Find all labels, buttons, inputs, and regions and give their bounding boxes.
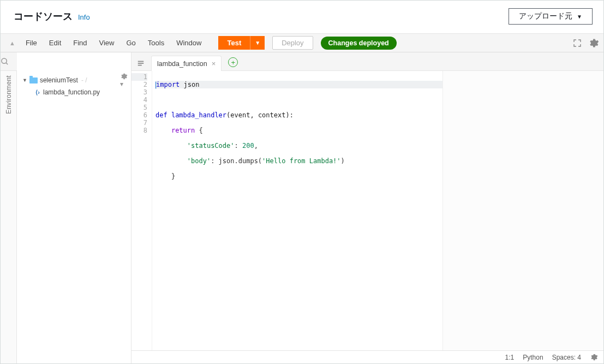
workspace: Environment ▼ seleniumTest - / ▾ ⟨› lamb… <box>1 52 603 363</box>
test-button[interactable]: Test <box>218 36 250 50</box>
tabbar: lambda_function × + <box>131 52 603 71</box>
menu-tools[interactable]: Tools <box>142 33 170 52</box>
deployed-badge: Changes deployed <box>321 37 397 50</box>
header: コードソース Info アップロード元 ▼ <box>1 1 603 33</box>
header-left: コードソース Info <box>14 10 90 23</box>
python-file-icon: ⟨› <box>34 89 41 96</box>
indent-mode[interactable]: Spaces: 4 <box>552 354 581 361</box>
disclosure-triangle-icon[interactable]: ▼ <box>22 77 27 83</box>
tab-lambda-function[interactable]: lambda_function × <box>151 56 222 71</box>
tree-file[interactable]: ⟨› lambda_function.py <box>17 86 131 98</box>
environment-label: Environment <box>5 73 13 116</box>
tree-root[interactable]: ▼ seleniumTest - / ▾ <box>17 74 131 86</box>
menu-edit[interactable]: Edit <box>43 33 67 52</box>
deploy-button[interactable]: Deploy <box>272 36 313 50</box>
line-gutter: 12345678 <box>131 71 152 363</box>
minimap[interactable] <box>442 71 603 363</box>
status-gear-icon[interactable] <box>590 353 598 361</box>
fullscreen-icon[interactable] <box>573 39 582 47</box>
upload-label: アップロード元 <box>519 11 572 21</box>
menu-find[interactable]: Find <box>67 33 93 52</box>
menu-go[interactable]: Go <box>121 33 142 52</box>
root-folder-name: seleniumTest <box>40 76 78 84</box>
svg-rect-2 <box>138 63 144 64</box>
collapse-icon[interactable]: ▲ <box>5 40 20 46</box>
new-tab-button[interactable]: + <box>228 57 238 67</box>
language-mode[interactable]: Python <box>523 354 543 361</box>
cursor-position[interactable]: 1:1 <box>505 354 515 361</box>
menu-window[interactable]: Window <box>170 33 207 52</box>
upload-from-button[interactable]: アップロード元 ▼ <box>509 8 593 25</box>
svg-point-0 <box>2 58 7 63</box>
page-title: コードソース <box>14 10 73 23</box>
menu-items: File Edit Find View Go Tools Window <box>20 33 208 52</box>
file-tree: ▼ seleniumTest - / ▾ ⟨› lambda_function.… <box>17 52 131 363</box>
tab-scroll-icon[interactable] <box>136 59 148 70</box>
code-area[interactable]: 12345678 import json def lambda_handler(… <box>131 71 603 363</box>
settings-gear-icon[interactable] <box>588 38 599 49</box>
test-button-group: Test ▼ <box>218 36 265 50</box>
menubar: ▲ File Edit Find View Go Tools Window Te… <box>1 33 603 52</box>
tree-settings-icon[interactable]: ▾ <box>120 73 128 88</box>
caret-down-icon: ▼ <box>577 14 582 20</box>
info-link[interactable]: Info <box>78 13 90 21</box>
code-text[interactable]: import json def lambda_handler(event, co… <box>152 71 442 363</box>
folder-icon <box>29 77 38 83</box>
svg-rect-1 <box>138 61 144 62</box>
svg-rect-3 <box>138 65 142 66</box>
file-name: lambda_function.py <box>43 88 100 96</box>
environment-rail[interactable]: Environment <box>1 52 17 363</box>
statusbar: 1:1 Python Spaces: 4 <box>131 350 603 363</box>
search-icon[interactable] <box>1 57 17 65</box>
menu-view[interactable]: View <box>93 33 121 52</box>
menu-file[interactable]: File <box>20 33 43 52</box>
root-path-suffix: - / <box>81 76 87 84</box>
editor-pane: lambda_function × + 12345678 import json… <box>131 52 603 363</box>
close-tab-icon[interactable]: × <box>212 59 216 68</box>
test-dropdown[interactable]: ▼ <box>250 36 265 50</box>
tab-label: lambda_function <box>157 60 207 68</box>
